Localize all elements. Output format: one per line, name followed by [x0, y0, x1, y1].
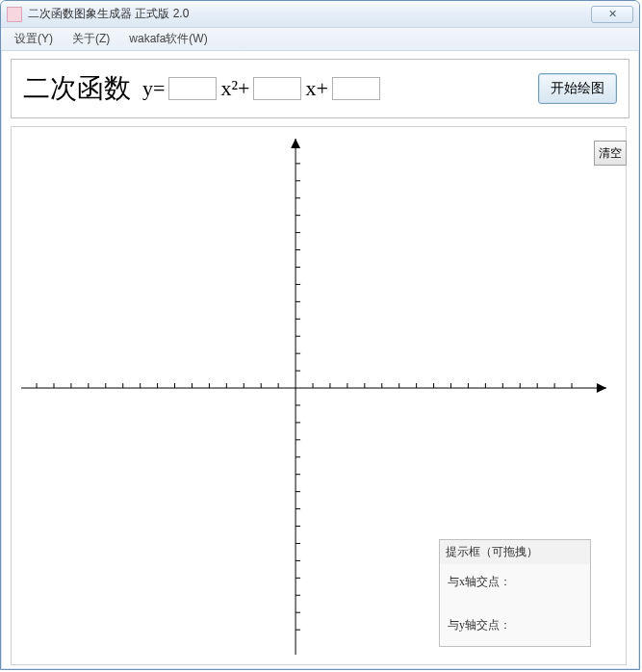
coef-b-input[interactable] — [253, 77, 301, 100]
plot-area: 清空 — [11, 126, 627, 665]
draw-button[interactable]: 开始绘图 — [538, 73, 617, 104]
y-equals-label: y= — [142, 76, 165, 101]
menu-wakafa[interactable]: wakafa软件(W) — [119, 29, 217, 49]
close-icon: ✕ — [608, 8, 617, 20]
formula-expression: y= x²+ x+ — [142, 76, 380, 101]
app-icon — [7, 7, 22, 22]
hint-x-label: 与x轴交点： — [448, 575, 511, 588]
content-area: 二次函数 y= x²+ x+ 开始绘图 清空 — [1, 51, 639, 672]
formula-title: 二次函数 — [23, 70, 131, 107]
svg-marker-3 — [291, 139, 300, 148]
hint-y-row: 与y轴交点： — [440, 590, 590, 633]
svg-marker-1 — [597, 383, 606, 393]
x-squared-plus-label: x²+ — [220, 76, 249, 101]
window-title: 二次函数图象生成器 正式版 2.0 — [28, 6, 591, 22]
close-button[interactable]: ✕ — [591, 6, 633, 23]
menubar: 设置(Y) 关于(Z) wakafa软件(W) — [1, 28, 639, 51]
titlebar[interactable]: 二次函数图象生成器 正式版 2.0 ✕ — [1, 1, 639, 28]
formula-panel: 二次函数 y= x²+ x+ 开始绘图 — [11, 59, 629, 118]
app-window: 二次函数图象生成器 正式版 2.0 ✕ 设置(Y) 关于(Z) wakafa软件… — [0, 0, 640, 670]
menu-about[interactable]: 关于(Z) — [63, 29, 119, 49]
hint-box[interactable]: 提示框（可拖拽） 与x轴交点： 与y轴交点： — [439, 539, 591, 647]
hint-title: 提示框（可拖拽） — [440, 539, 590, 564]
coef-c-input[interactable] — [332, 77, 380, 100]
coef-a-input[interactable] — [168, 77, 217, 100]
hint-y-label: 与y轴交点： — [448, 618, 511, 632]
x-plus-label: x+ — [305, 76, 327, 101]
hint-x-row: 与x轴交点： — [440, 564, 590, 590]
menu-settings[interactable]: 设置(Y) — [5, 29, 63, 49]
